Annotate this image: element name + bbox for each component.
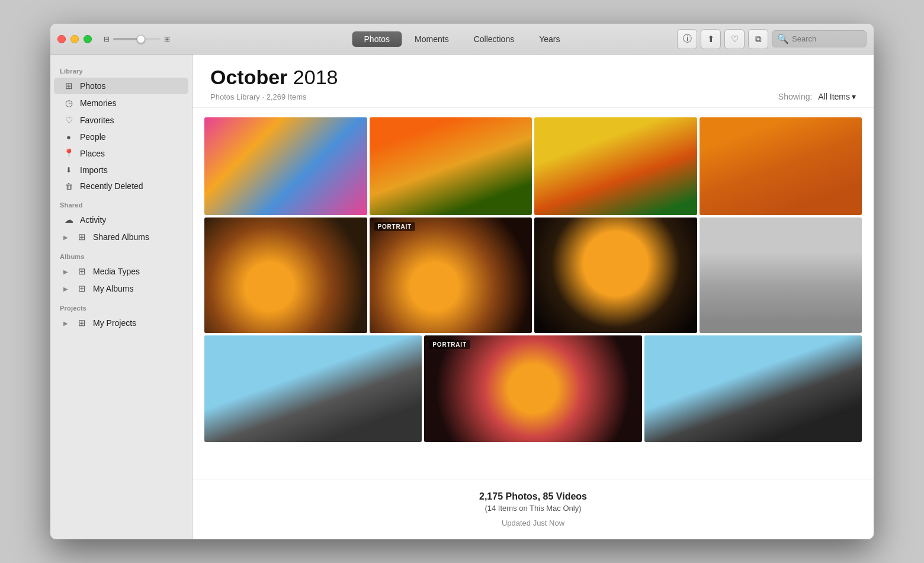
titlebar-actions: ⓘ ⬆ ♡ ⧉ 🔍 (677, 29, 867, 49)
sidebar-label-places: Places (80, 149, 105, 158)
portrait-badge: PORTRAIT (429, 340, 470, 349)
tab-bar: Photos Moments Collections Years (352, 31, 572, 47)
titlebar: ⊟ ⊞ Photos Moments Collections Years ⓘ ⬆… (50, 24, 874, 55)
item-count: 2,269 Items (267, 92, 307, 101)
sidebar-item-imports[interactable]: ⬇ Imports (54, 162, 188, 178)
tab-collections[interactable]: Collections (462, 31, 526, 47)
sidebar-item-activity[interactable]: ☁ Activity (54, 212, 188, 228)
photos-icon: ⊞ (63, 81, 74, 91)
chevron-down-icon: ▾ (852, 92, 856, 101)
page-title: October 2018 (210, 66, 856, 88)
sidebar-item-memories[interactable]: ◷ Memories (54, 95, 188, 111)
tab-years[interactable]: Years (527, 31, 572, 47)
photo-cell[interactable]: PORTRAIT (370, 217, 532, 333)
maximize-button[interactable] (84, 35, 92, 43)
photo-cell[interactable]: PORTRAIT (424, 335, 641, 442)
my-albums-icon: ⊞ (76, 283, 87, 294)
expand-icon[interactable]: ▶ (63, 234, 68, 241)
places-icon: 📍 (63, 148, 74, 159)
search-box[interactable]: 🔍 (772, 30, 867, 47)
zoom-slider[interactable] (113, 38, 161, 40)
share-icon: ⬆ (707, 34, 715, 44)
photo-grid: PORTRAIT PORTRAIT (192, 108, 874, 479)
search-input[interactable] (792, 34, 863, 43)
zoom-slider-area: ⊟ ⊞ (104, 35, 170, 43)
footer-count: 2,175 Photos, 85 Videos (204, 491, 862, 502)
sidebar-label-shared-albums: Shared Albums (93, 232, 149, 242)
footer-mac: (14 Items on This Mac Only) (204, 504, 862, 513)
photo-cell[interactable] (534, 117, 697, 215)
grid-row-3: PORTRAIT (204, 335, 862, 442)
photo-cell[interactable] (204, 117, 367, 215)
sidebar-label-people: People (80, 132, 106, 142)
sidebar: Library ⊞ Photos ◷ Memories ♡ Favorites … (50, 55, 192, 539)
my-projects-icon: ⊞ (76, 318, 87, 328)
photo-cell[interactable] (534, 217, 697, 333)
content-meta: Photos Library · 2,269 Items Showing: Al… (210, 92, 856, 101)
sidebar-label-media-types: Media Types (93, 267, 140, 276)
footer-updated: Updated Just Now (204, 519, 862, 527)
grid-row-1 (204, 117, 862, 215)
main-layout: Library ⊞ Photos ◷ Memories ♡ Favorites … (50, 55, 874, 539)
expand-icon-albums[interactable]: ▶ (63, 286, 68, 292)
sidebar-section-albums: Albums (50, 246, 192, 263)
imports-icon: ⬇ (63, 166, 74, 174)
sidebar-section-projects: Projects (50, 298, 192, 314)
minimize-button[interactable] (70, 35, 79, 43)
slideshow-icon: ⧉ (755, 34, 762, 44)
favorites-button[interactable]: ♡ (724, 29, 745, 49)
info-button[interactable]: ⓘ (677, 29, 697, 49)
photo-cell[interactable] (644, 335, 862, 442)
info-icon: ⓘ (683, 33, 692, 44)
photo-cell[interactable] (204, 217, 367, 333)
sidebar-section-shared: Shared (50, 194, 192, 211)
slideshow-button[interactable]: ⧉ (748, 29, 768, 49)
library-name: Photos Library (210, 92, 260, 101)
year-value: 2018 (293, 66, 338, 88)
search-icon: 🔍 (777, 33, 789, 44)
traffic-lights (57, 35, 92, 43)
expand-icon-projects[interactable]: ▶ (63, 320, 68, 327)
grid-row-2: PORTRAIT (204, 217, 862, 333)
content-header: October 2018 Photos Library · 2,269 Item… (192, 55, 874, 108)
trash-icon: 🗑 (63, 182, 74, 191)
memories-icon: ◷ (63, 98, 74, 108)
sidebar-item-my-projects[interactable]: ▶ ⊞ My Projects (54, 315, 188, 331)
month-label: October (210, 66, 287, 88)
sidebar-section-library: Library (50, 60, 192, 77)
sidebar-label-my-projects: My Projects (93, 318, 136, 328)
photo-cell[interactable] (700, 117, 862, 215)
tab-photos[interactable]: Photos (352, 31, 402, 47)
sidebar-item-favorites[interactable]: ♡ Favorites (54, 112, 188, 129)
favorites-icon: ♡ (63, 115, 74, 126)
app-window: ⊟ ⊞ Photos Moments Collections Years ⓘ ⬆… (50, 24, 874, 539)
photo-cell[interactable] (204, 335, 422, 442)
people-icon: ● (63, 133, 74, 142)
showing-value: All Items (818, 92, 850, 101)
sidebar-item-photos[interactable]: ⊞ Photos (54, 78, 188, 94)
showing-dropdown[interactable]: Showing: All Items ▾ (778, 92, 856, 101)
sidebar-item-my-albums[interactable]: ▶ ⊞ My Albums (54, 280, 188, 297)
media-types-icon: ⊞ (76, 266, 87, 277)
sidebar-item-places[interactable]: 📍 Places (54, 145, 188, 162)
sidebar-item-recently-deleted[interactable]: 🗑 Recently Deleted (54, 178, 188, 194)
separator: · (262, 92, 266, 101)
sidebar-item-media-types[interactable]: ▶ ⊞ Media Types (54, 263, 188, 280)
expand-icon-media[interactable]: ▶ (63, 268, 68, 275)
share-button[interactable]: ⬆ (701, 29, 721, 49)
sidebar-item-shared-albums[interactable]: ▶ ⊞ Shared Albums (54, 229, 188, 245)
sidebar-label-activity: Activity (80, 215, 106, 225)
close-button[interactable] (57, 35, 66, 43)
sidebar-item-people[interactable]: ● People (54, 129, 188, 145)
heart-icon: ♡ (731, 34, 739, 44)
tab-moments[interactable]: Moments (403, 31, 461, 47)
zoom-out-icon: ⊟ (104, 35, 110, 43)
showing-label: Showing: (778, 92, 813, 101)
photo-cell[interactable] (370, 117, 532, 215)
photo-cell[interactable] (700, 217, 862, 333)
sidebar-label-imports: Imports (80, 165, 108, 175)
portrait-badge: PORTRAIT (374, 222, 416, 231)
sidebar-label-my-albums: My Albums (93, 284, 133, 293)
content-footer: 2,175 Photos, 85 Videos (14 Items on Thi… (192, 479, 874, 539)
activity-icon: ☁ (63, 215, 74, 225)
